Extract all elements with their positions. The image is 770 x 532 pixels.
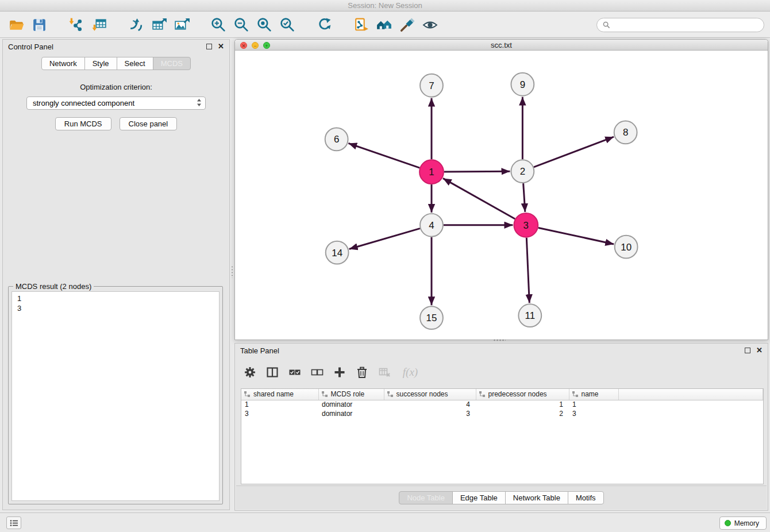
column-type-icon	[244, 391, 251, 398]
main-toolbar	[0, 12, 770, 38]
graph-node-4[interactable]: 4	[420, 214, 443, 237]
table-row[interactable]: 1dominator411	[241, 400, 763, 409]
graph-edge-2-8[interactable]	[534, 137, 614, 167]
table-tab-edge-table[interactable]: Edge Table	[452, 491, 506, 504]
table-tab-network-table[interactable]: Network Table	[505, 491, 568, 504]
graph-node-6[interactable]: 6	[325, 128, 348, 151]
network-canvas[interactable]: 7968124314101511	[235, 51, 768, 340]
close-traffic-button[interactable]: ✕	[240, 42, 247, 49]
function-builder-button[interactable]: f(x)	[400, 365, 421, 379]
mcds-result-list[interactable]: 13	[11, 291, 220, 501]
memory-button[interactable]: Memory	[719, 516, 767, 530]
close-panel-button[interactable]: Close panel	[120, 117, 178, 130]
svg-text:9: 9	[520, 79, 525, 90]
clipboard-network-button[interactable]	[349, 13, 372, 36]
deselect-all-icon	[311, 366, 324, 379]
graph-node-7[interactable]: 7	[420, 74, 443, 97]
network-view-window: ✕ − + scc.txt 7968124314101511	[234, 39, 768, 340]
zoom-out-button[interactable]	[230, 13, 253, 36]
deselect-all-button[interactable]	[310, 365, 324, 379]
tab-mcds[interactable]: MCDS	[153, 57, 191, 70]
delete-column-button[interactable]	[355, 365, 369, 379]
tab-network[interactable]: Network	[41, 57, 85, 70]
svg-text:7: 7	[429, 80, 434, 91]
open-session-button[interactable]	[5, 13, 28, 36]
refresh-layout-button[interactable]	[313, 13, 336, 36]
zoom-selected-icon	[279, 17, 296, 33]
horizontal-splitter-handle[interactable]	[493, 338, 506, 342]
graph-node-14[interactable]: 14	[326, 241, 349, 264]
delete-table-button[interactable]	[378, 365, 391, 379]
network-window-title: scc.txt	[491, 41, 512, 49]
float-panel-icon[interactable]	[206, 44, 212, 49]
tab-select[interactable]: Select	[117, 57, 153, 70]
criterion-dropdown[interactable]: strongly connected component	[26, 97, 206, 110]
control-panel-header: Control Panel ✕	[3, 40, 229, 53]
column-header-successor-nodes[interactable]: successor nodes	[384, 389, 476, 400]
select-all-button[interactable]	[288, 365, 302, 379]
graph-node-9[interactable]: 9	[511, 73, 534, 96]
zoom-selected-button[interactable]	[276, 13, 299, 36]
zoom-in-button[interactable]	[207, 13, 230, 36]
graph-node-10[interactable]: 10	[615, 236, 638, 259]
column-header-name[interactable]: name	[569, 389, 618, 400]
graph-edge-2-3[interactable]	[523, 183, 525, 212]
style-brush-button[interactable]	[395, 13, 418, 36]
zoom-fit-button[interactable]	[253, 13, 276, 36]
table-cell: 3	[241, 409, 318, 418]
graph-node-11[interactable]: 11	[518, 304, 541, 327]
table-row[interactable]: 3dominator323	[241, 409, 763, 418]
vertical-splitter-handle[interactable]	[230, 265, 234, 278]
column-header-predecessor-nodes[interactable]: predecessor nodes	[476, 389, 569, 400]
overview-button[interactable]	[372, 13, 395, 36]
graph-node-8[interactable]: 8	[614, 121, 637, 144]
graph-edge-1-2[interactable]	[444, 171, 510, 172]
export-image-button[interactable]	[170, 13, 193, 36]
minimize-traffic-button[interactable]: −	[252, 42, 259, 49]
window-titlebar[interactable]: Session: New Session	[0, 0, 770, 11]
list-icon	[10, 519, 18, 527]
close-table-panel-icon[interactable]: ✕	[756, 348, 763, 353]
add-column-button[interactable]	[333, 365, 346, 379]
column-header-shared-name[interactable]: shared name	[241, 389, 318, 400]
graph-node-1[interactable]: 1	[419, 160, 444, 184]
graph-edge-1-6[interactable]	[348, 143, 419, 168]
panel-list-button[interactable]	[6, 516, 21, 529]
column-header-MCDS-role[interactable]: MCDS role	[318, 389, 384, 400]
float-table-panel-icon[interactable]	[745, 348, 750, 353]
graph-edge-4-14[interactable]	[349, 229, 420, 249]
graph-node-2[interactable]: 2	[511, 160, 534, 183]
table-settings-button[interactable]	[243, 365, 257, 379]
graph-edge-3-1[interactable]	[443, 178, 515, 219]
table-tab-node-table[interactable]: Node Table	[399, 491, 453, 504]
run-mcds-button[interactable]: Run MCDS	[55, 117, 111, 130]
show-hide-button[interactable]	[418, 13, 441, 36]
graph-edge-3-11[interactable]	[526, 238, 529, 303]
plus-icon	[333, 366, 346, 379]
node-table: shared nameMCDS rolesuccessor nodesprede…	[241, 388, 764, 484]
network-window-titlebar[interactable]: ✕ − + scc.txt	[235, 40, 768, 51]
zoom-traffic-button[interactable]: +	[263, 42, 270, 49]
graph-node-15[interactable]: 15	[420, 306, 443, 329]
search-input[interactable]	[614, 21, 758, 29]
window-title: Session: New Session	[348, 1, 422, 10]
function-icon: f(x)	[403, 366, 418, 379]
show-columns-button[interactable]	[265, 365, 279, 379]
import-network-button[interactable]	[64, 13, 87, 36]
save-session-button[interactable]	[28, 13, 51, 36]
svg-text:4: 4	[429, 220, 434, 231]
floppy-icon	[31, 17, 48, 33]
import-table-button[interactable]	[87, 13, 110, 36]
new-network-button[interactable]	[124, 13, 147, 36]
refresh-icon	[316, 17, 333, 33]
search-box[interactable]	[596, 18, 764, 32]
table-tab-motifs[interactable]: Motifs	[568, 491, 604, 504]
graph-edge-3-10[interactable]	[538, 228, 614, 244]
tab-style[interactable]: Style	[84, 57, 117, 70]
export-table-button[interactable]	[147, 13, 170, 36]
table-panel: Table Panel ✕	[234, 343, 768, 511]
close-panel-icon[interactable]: ✕	[218, 44, 224, 49]
column-type-icon	[321, 391, 328, 398]
homes-icon	[376, 17, 392, 33]
graph-node-3[interactable]: 3	[514, 213, 538, 237]
